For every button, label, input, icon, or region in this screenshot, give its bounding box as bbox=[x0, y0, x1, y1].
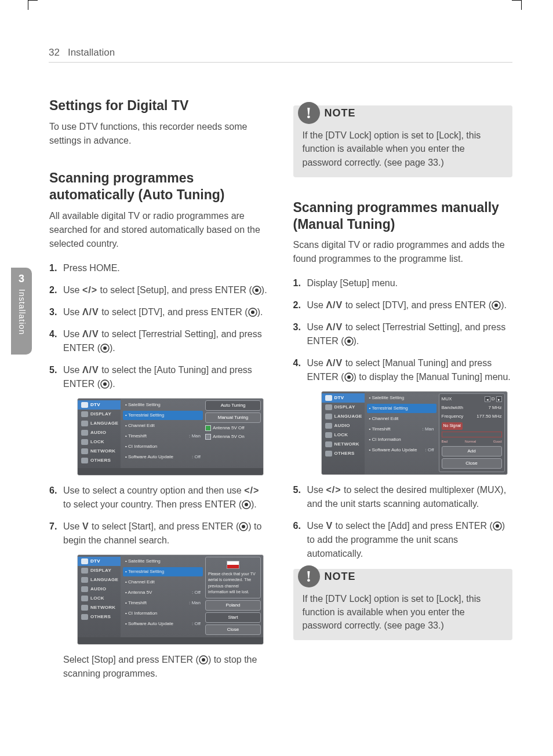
value: : Off bbox=[192, 620, 201, 627]
screenshot-button: Poland bbox=[205, 600, 261, 611]
screenshot-sidebar-item: LANGUAGE bbox=[78, 419, 121, 428]
step-text: Use bbox=[63, 521, 82, 531]
enter-icon bbox=[242, 500, 251, 509]
label: AUDIO bbox=[90, 586, 106, 593]
crop-mark-tl bbox=[28, 0, 38, 10]
step: Press HOME. bbox=[49, 261, 269, 275]
step: Use Λ/V to select [DTV], and press ENTER… bbox=[49, 305, 269, 319]
left-right-arrow-icon: </> bbox=[82, 285, 97, 295]
screenshot-button: Auto Tuning bbox=[205, 400, 261, 411]
page: 3 Installation 32 Installation Settings … bbox=[0, 0, 553, 756]
value: : Man bbox=[189, 433, 201, 440]
label: Antenna 5V On bbox=[213, 433, 245, 440]
step-text: ). bbox=[354, 336, 359, 346]
chapter-number: 3 bbox=[19, 272, 24, 286]
screenshot-option: • Software Auto Update: Off bbox=[367, 445, 436, 455]
screenshot-button: Start bbox=[205, 612, 261, 623]
step-text: to select [Setup], and press ENTER ( bbox=[97, 285, 252, 295]
signal-labels: BadNormalGood bbox=[442, 439, 502, 444]
svg-point-13 bbox=[202, 658, 205, 662]
screenshot-sidebar-item: OTHERS bbox=[78, 612, 121, 622]
screenshot-option: • CI Information bbox=[123, 609, 203, 618]
label: Bad bbox=[442, 439, 448, 444]
label: Terrestrial Setting bbox=[128, 412, 164, 418]
label: LANGUAGE bbox=[90, 576, 118, 583]
screenshot-button: Close bbox=[442, 458, 502, 469]
screenshot-option: • Satellite Setting bbox=[367, 393, 436, 403]
step: Use Λ/V to select the [Auto Tuning] and … bbox=[49, 363, 269, 476]
crop-mark-tr bbox=[512, 0, 522, 10]
step-text: Use bbox=[63, 329, 82, 339]
settings-intro: To use DTV functions, this recorder need… bbox=[49, 120, 269, 148]
screenshot-option: • Channel Edit bbox=[367, 414, 436, 423]
label: DISPLAY bbox=[334, 404, 355, 411]
screenshot-sidebar-item: LANGUAGE bbox=[322, 412, 365, 421]
screenshot-sidebar-item: OTHERS bbox=[322, 449, 365, 458]
step: Use Λ/V to select [DTV], and press ENTER… bbox=[293, 298, 513, 312]
label: Antenna 5V Off bbox=[213, 425, 245, 432]
value: : Man bbox=[189, 600, 201, 607]
screenshot-sidebar: DTV DISPLAY LANGUAGE AUDIO LOCK NETWORK … bbox=[78, 555, 121, 637]
value: : Off bbox=[192, 589, 201, 596]
label: Software Auto Update bbox=[128, 454, 173, 459]
screenshot-sidebar-item: DISPLAY bbox=[322, 403, 365, 412]
enter-icon bbox=[252, 286, 261, 295]
label: NETWORK bbox=[334, 441, 359, 448]
screenshot-right-pane: Auto Tuning Manual Tuning Antenna 5V Off… bbox=[205, 400, 261, 466]
step-text: Press HOME. bbox=[63, 263, 120, 273]
screenshot-sidebar-item: NETWORK bbox=[78, 603, 121, 612]
up-down-arrow-icon: Λ/V bbox=[82, 365, 99, 375]
svg-point-21 bbox=[496, 524, 499, 528]
label: LANGUAGE bbox=[334, 413, 362, 420]
screenshot-sidebar-item: DTV bbox=[78, 400, 121, 410]
note-box: ! NOTE If the [DTV Lock] option is set t… bbox=[293, 569, 513, 641]
up-down-arrow-icon: Λ/V bbox=[82, 329, 99, 339]
label: Channel Edit bbox=[128, 579, 155, 585]
enter-icon bbox=[100, 379, 110, 389]
enter-icon bbox=[344, 372, 354, 382]
label: Terrestrial Setting bbox=[372, 406, 408, 411]
screenshot-sidebar-item: DISPLAY bbox=[78, 410, 121, 419]
header-section: Installation bbox=[68, 46, 115, 59]
label: Software Auto Update bbox=[128, 621, 173, 626]
step-text: Use bbox=[307, 322, 326, 332]
screenshot-info-box: Please check that your TV aerial is conn… bbox=[205, 557, 261, 598]
flag-icon bbox=[227, 561, 239, 569]
screenshot-option: • Software Auto Update: Off bbox=[123, 619, 203, 629]
exclamation-icon: ! bbox=[298, 102, 320, 124]
screenshot-sidebar-item: LOCK bbox=[78, 437, 121, 447]
screenshot-sidebar-item: LANGUAGE bbox=[78, 575, 121, 585]
screenshot-sidebar-item: DISPLAY bbox=[78, 566, 121, 575]
screenshot-sidebar-item: NETWORK bbox=[78, 447, 121, 456]
label: AUDIO bbox=[90, 429, 106, 436]
screenshot-option: • Channel Edit bbox=[123, 421, 203, 430]
enter-icon bbox=[248, 308, 257, 317]
step-text: Display [Setup] menu. bbox=[307, 278, 398, 288]
step-text: Use bbox=[307, 521, 326, 531]
screenshot-button: Close bbox=[205, 624, 261, 635]
step-text: Use bbox=[307, 358, 326, 368]
enter-icon bbox=[239, 522, 248, 531]
chapter-label: Installation bbox=[16, 289, 27, 335]
screenshot-checkbox: Antenna 5V On bbox=[205, 433, 261, 440]
screenshot-option: • Software Auto Update: Off bbox=[123, 452, 203, 462]
screenshot-option: • Channel Edit bbox=[123, 578, 203, 587]
text: Select [Stop] and press ENTER ( bbox=[63, 655, 199, 664]
screenshot-sidebar-item: AUDIO bbox=[322, 421, 365, 430]
screenshot-sidebar-item: AUDIO bbox=[78, 428, 121, 437]
label: Antenna 5V bbox=[128, 590, 152, 595]
stepper: ◂D▸ bbox=[485, 396, 502, 403]
step-text: Use bbox=[307, 485, 326, 495]
label: OTHERS bbox=[334, 450, 355, 457]
step: Use </> to select the desired multiplexe… bbox=[293, 483, 513, 511]
screenshot-sidebar-item: DTV bbox=[322, 393, 365, 403]
up-down-arrow-icon: Λ/V bbox=[326, 358, 343, 368]
step-text: ). bbox=[261, 285, 267, 295]
manual-tuning-intro: Scans digital TV or radio programmes and… bbox=[293, 238, 513, 266]
up-down-arrow-icon: Λ/V bbox=[326, 322, 343, 332]
svg-point-19 bbox=[347, 375, 351, 379]
svg-point-17 bbox=[347, 339, 351, 343]
step: Use to select a country option and then … bbox=[49, 484, 269, 512]
screenshot-row: Bandwidth7 MHz bbox=[442, 404, 502, 411]
screenshot-sidebar-item: NETWORK bbox=[322, 440, 365, 449]
